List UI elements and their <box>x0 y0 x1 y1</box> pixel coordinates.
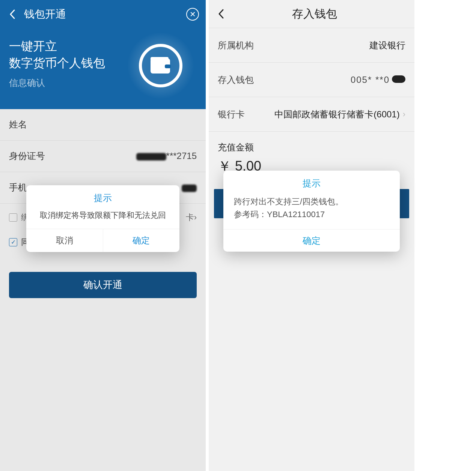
bank-value: 中国邮政储蓄银行储蓄卡(6001) <box>274 108 399 120</box>
error-dialog: 提示 跨行对出不支持三/四类钱包。 参考码：YBLA12110017 确定 <box>223 171 400 252</box>
name-label: 姓名 <box>9 118 197 130</box>
bind-checkbox[interactable] <box>9 213 17 222</box>
dialog-title: 提示 <box>26 185 179 208</box>
wallet-icon <box>127 32 194 99</box>
dialog-body: 取消绑定将导致限额下降和无法兑回 <box>26 208 179 229</box>
wallet-row[interactable]: 存入钱包 005* **0 <box>209 63 414 97</box>
phone-value <box>182 182 197 193</box>
wallet-label: 存入钱包 <box>218 74 351 86</box>
svg-rect-2 <box>151 57 169 61</box>
org-value: 建设银行 <box>369 39 405 51</box>
back-button[interactable] <box>215 8 227 20</box>
bind-value: 卡 <box>186 212 194 223</box>
confirm-open-button[interactable]: 确认开通 <box>9 272 197 298</box>
header: 存入钱包 <box>209 0 414 28</box>
wallet-value: 005* **0 <box>351 75 405 85</box>
org-row: 所属机构 建设银行 <box>209 28 414 63</box>
id-field[interactable]: 身份证号 ***2715 <box>0 141 206 172</box>
id-value: ***2715 <box>136 151 197 161</box>
dialog-body: 跨行对出不支持三/四类钱包。 参考码：YBLA12110017 <box>223 194 400 229</box>
page-title: 钱包开通 <box>24 7 186 21</box>
chevron-right-icon: › <box>194 213 197 222</box>
bank-label: 银行卡 <box>218 108 274 120</box>
screen-deposit: 存入钱包 所属机构 建设银行 存入钱包 005* **0 银行卡 中国邮政储蓄银… <box>209 0 414 471</box>
header: 钱包开通 ✕ <box>0 0 206 28</box>
bank-row[interactable]: 银行卡 中国邮政储蓄银行储蓄卡(6001) › <box>209 97 414 132</box>
screen-wallet-open: 钱包开通 ✕ 一键开立 数字货币个人钱包 信息确认 姓名 身份证号 ***271… <box>0 0 206 471</box>
amount-label: 充值金额 <box>209 132 414 157</box>
org-label: 所属机构 <box>218 39 369 51</box>
dialog-ok-button[interactable]: 确定 <box>103 229 180 252</box>
hero-banner: 一键开立 数字货币个人钱包 信息确认 <box>0 28 206 109</box>
id-label: 身份证号 <box>9 150 136 162</box>
agree-checkbox[interactable] <box>9 238 17 246</box>
unbind-confirm-dialog: 提示 取消绑定将导致限额下降和无法兑回 取消 确定 <box>26 185 179 252</box>
svg-rect-1 <box>165 64 171 68</box>
dialog-title: 提示 <box>223 171 400 194</box>
page-title: 存入钱包 <box>233 6 396 22</box>
dialog-cancel-button[interactable]: 取消 <box>26 229 103 252</box>
name-field[interactable]: 姓名 <box>0 109 206 141</box>
back-button[interactable] <box>7 9 18 20</box>
close-icon[interactable]: ✕ <box>186 8 199 21</box>
hero-line2: 数字货币个人钱包 <box>9 56 105 70</box>
hero-line1: 一键开立 <box>9 39 57 53</box>
dialog-ok-button[interactable]: 确定 <box>223 229 400 252</box>
chevron-right-icon: › <box>403 110 405 119</box>
form: 姓名 身份证号 ***2715 手机 绑定银行卡 卡 › 同意 《开通数字货币个… <box>0 109 206 471</box>
